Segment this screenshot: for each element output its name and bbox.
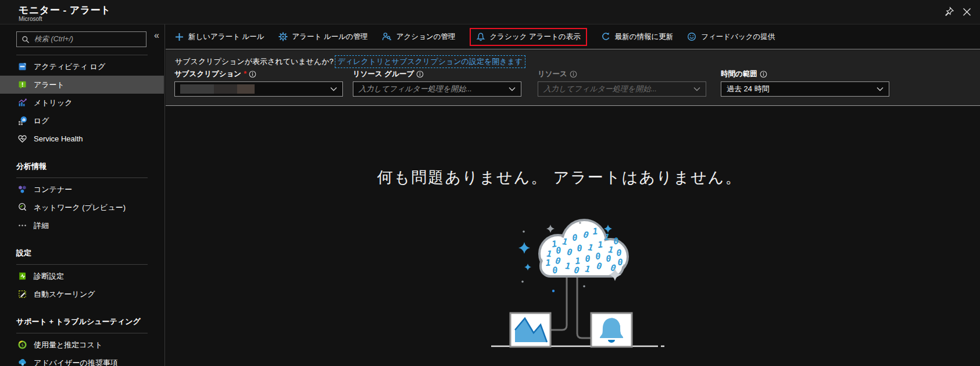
svg-text:1: 1 — [545, 257, 552, 268]
sidebar-item-service-health[interactable]: Service Health — [0, 130, 164, 148]
sidebar-item-containers[interactable]: コンテナー — [0, 180, 164, 198]
time-range-label: 時間の範囲 — [721, 69, 757, 79]
directory-subscription-settings-link[interactable]: ディレクトリとサブスクリプションの設定を開きます — [335, 55, 525, 68]
activity-log-icon — [17, 62, 27, 72]
svg-text:1: 1 — [562, 236, 568, 247]
search-input[interactable]: 検索 (Ctrl+/) — [16, 31, 146, 47]
sidebar-item-label: 診断設定 — [34, 271, 64, 282]
provide-feedback-button[interactable]: フィードバックの提供 — [687, 32, 775, 42]
svg-text:0: 0 — [617, 257, 624, 268]
alerts-content: 何も問題ありません。 アラートはありません。 — [166, 106, 980, 366]
chevron-down-icon — [509, 87, 516, 91]
sidebar-item-autoscale[interactable]: 自動スケーリング — [0, 285, 164, 303]
logs-icon — [17, 116, 27, 126]
sidebar-item-label: 使用量と推定コスト — [34, 340, 102, 350]
main-panel: 新しいアラート ルール アラート ルールの管理 アクションの管理 — [166, 24, 980, 366]
sidebar-item-label: アクティビティ ログ — [34, 62, 105, 72]
plus-icon — [175, 33, 184, 41]
sidebar-item-metrics[interactable]: メトリック — [0, 94, 164, 112]
sidebar-item-label: コンテナー — [34, 184, 72, 195]
subscription-dropdown[interactable] — [174, 81, 343, 97]
chevron-down-icon — [330, 87, 337, 91]
divider — [16, 264, 148, 265]
manage-alert-rules-button[interactable]: アラート ルールの管理 — [278, 32, 368, 42]
command-label: フィードバックの提供 — [701, 32, 775, 42]
chevron-down-icon — [877, 87, 884, 91]
window-header: モニター - アラート Microsoft — [0, 0, 980, 24]
sidebar-item-label: メトリック — [34, 98, 73, 108]
sidebar-item-logs[interactable]: ログ — [0, 112, 164, 130]
no-alerts-illustration: 1100110100011101001100100000 — [465, 198, 674, 351]
autoscale-icon — [17, 289, 27, 299]
divider — [16, 333, 148, 333]
pin-icon[interactable] — [944, 6, 954, 17]
sidebar-item-more[interactable]: 詳細 — [0, 216, 164, 234]
containers-icon — [17, 184, 27, 194]
command-bar: 新しいアラート ルール アラート ルールの管理 アクションの管理 — [166, 24, 980, 49]
view-classic-alerts-button[interactable]: クラシック アラートの表示 — [470, 28, 587, 46]
bell-icon — [476, 32, 485, 41]
page-title: モニター - アラート — [19, 3, 111, 17]
time-range-value: 過去 24 時間 — [727, 84, 770, 94]
sidebar-item-label: アドバイザーの推奨事項 — [34, 358, 118, 366]
svg-text:0: 0 — [572, 232, 578, 243]
svg-text:0: 0 — [596, 261, 603, 272]
metrics-tile — [510, 313, 550, 347]
usage-cost-icon: $ — [17, 340, 27, 350]
divider — [16, 55, 148, 55]
gear-icon — [278, 32, 288, 41]
svg-text:1: 1 — [585, 264, 591, 275]
sidebar-item-advisor[interactable]: アドバイザーの推奨事項 — [0, 354, 164, 366]
svg-text:$: $ — [21, 343, 23, 347]
close-icon[interactable] — [962, 7, 972, 17]
resource-group-label: リソース グループ — [353, 69, 414, 79]
svg-text:0: 0 — [585, 253, 591, 264]
refresh-button[interactable]: 最新の情報に更新 — [601, 32, 674, 42]
info-icon[interactable] — [416, 70, 424, 78]
info-icon[interactable] — [249, 70, 256, 78]
svg-text:1: 1 — [565, 261, 571, 272]
required-asterisk: * — [244, 70, 246, 78]
manage-actions-button[interactable]: アクションの管理 — [382, 32, 456, 42]
info-icon[interactable] — [570, 70, 577, 78]
resource-label: リソース — [538, 69, 567, 79]
sidebar-item-network[interactable]: ネットワーク (プレビュー) — [0, 198, 164, 216]
sidebar-item-label: ログ — [34, 116, 49, 126]
sidebar-item-label: ネットワーク (プレビュー) — [34, 202, 126, 213]
command-label: 新しいアラート ルール — [188, 32, 264, 42]
command-label: アラート ルールの管理 — [292, 32, 368, 42]
search-icon — [22, 35, 30, 44]
sidebar-section-support: サポート + トラブルシューティング — [0, 303, 164, 333]
resource-group-placeholder: 入力してフィルター処理を開始... — [359, 84, 472, 94]
sidebar-item-label: Service Health — [34, 134, 83, 143]
resource-placeholder: 入力してフィルター処理を開始... — [543, 84, 657, 94]
ellipsis-icon — [17, 221, 27, 230]
resource-group-combobox[interactable]: 入力してフィルター処理を開始... — [353, 81, 521, 97]
sidebar-item-label: 自動スケーリング — [34, 289, 95, 300]
sidebar-collapse-button[interactable]: « — [154, 31, 159, 40]
divider — [16, 177, 148, 178]
command-label: アクションの管理 — [396, 32, 456, 42]
sidebar-item-diagnostic-settings[interactable]: 診断設定 — [0, 267, 164, 285]
time-range-dropdown[interactable]: 過去 24 時間 — [721, 81, 889, 97]
sidebar-item-activity-log[interactable]: アクティビティ ログ — [0, 58, 164, 76]
empty-state-message: 何も問題ありません。 アラートはありません。 — [166, 167, 953, 188]
sidebar-item-label: アラート — [34, 80, 65, 90]
service-health-icon — [17, 134, 27, 144]
sidebar-item-alerts[interactable]: アラート — [0, 76, 164, 94]
svg-text:0: 0 — [567, 247, 573, 258]
sidebar-section-insights: 分析情報 — [0, 148, 164, 177]
sidebar-item-usage-cost[interactable]: $ 使用量と推定コスト — [0, 336, 164, 354]
search-placeholder: 検索 (Ctrl+/) — [34, 34, 73, 44]
svg-text:0: 0 — [577, 243, 583, 254]
sidebar-item-label: 詳細 — [34, 221, 49, 231]
chevron-down-icon — [693, 87, 700, 91]
subscription-notice-text: サブスクリプションが表示されていませんか? — [175, 56, 334, 67]
refresh-icon — [601, 32, 610, 41]
new-alert-rule-button[interactable]: 新しいアラート ルール — [175, 32, 264, 42]
sidebar: 検索 (Ctrl+/) « アクティビティ ログ アラート — [0, 24, 165, 366]
person-key-icon — [382, 32, 392, 41]
advisor-icon — [17, 358, 27, 366]
resource-combobox[interactable]: 入力してフィルター処理を開始... — [538, 81, 706, 97]
info-icon[interactable] — [760, 70, 767, 78]
